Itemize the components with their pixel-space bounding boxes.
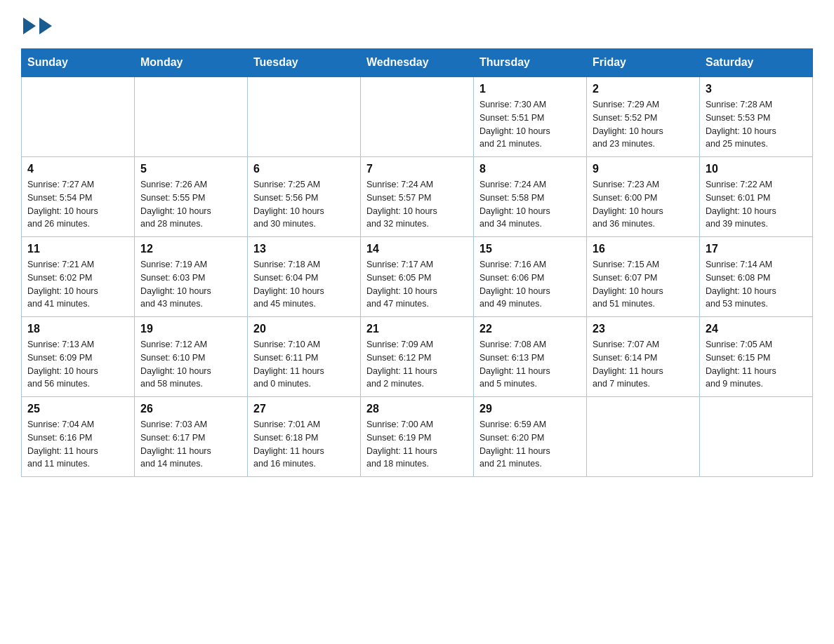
calendar-cell: 5Sunrise: 7:26 AMSunset: 5:55 PMDaylight… [135,157,248,237]
weekday-header-monday: Monday [135,49,248,77]
calendar-cell: 17Sunrise: 7:14 AMSunset: 6:08 PMDayligh… [700,237,813,317]
calendar-cell: 25Sunrise: 7:04 AMSunset: 6:16 PMDayligh… [22,397,135,477]
calendar-cell: 16Sunrise: 7:15 AMSunset: 6:07 PMDayligh… [587,237,700,317]
calendar-cell: 24Sunrise: 7:05 AMSunset: 6:15 PMDayligh… [700,317,813,397]
day-number: 22 [479,323,581,335]
day-info: Sunrise: 7:08 AMSunset: 6:13 PMDaylight:… [479,338,581,391]
day-number: 18 [27,323,128,335]
calendar-cell: 11Sunrise: 7:21 AMSunset: 6:02 PMDayligh… [22,237,135,317]
calendar-cell: 21Sunrise: 7:09 AMSunset: 6:12 PMDayligh… [361,317,474,397]
day-number: 3 [706,83,807,95]
day-info: Sunrise: 7:23 AMSunset: 6:00 PMDaylight:… [593,178,694,231]
day-info: Sunrise: 7:07 AMSunset: 6:14 PMDaylight:… [593,338,694,391]
day-info: Sunrise: 7:12 AMSunset: 6:10 PMDaylight:… [140,338,241,391]
day-number: 17 [706,243,807,255]
calendar-cell: 20Sunrise: 7:10 AMSunset: 6:11 PMDayligh… [248,317,361,397]
day-info: Sunrise: 7:13 AMSunset: 6:09 PMDaylight:… [27,338,128,391]
day-number: 8 [479,163,581,175]
day-info: Sunrise: 7:26 AMSunset: 5:55 PMDaylight:… [140,178,241,231]
calendar-table: SundayMondayTuesdayWednesdayThursdayFrid… [21,48,813,477]
day-number: 2 [593,83,694,95]
weekday-header-thursday: Thursday [474,49,587,77]
calendar-cell [361,76,474,157]
calendar-week-row: 4Sunrise: 7:27 AMSunset: 5:54 PMDaylight… [22,157,813,237]
logo-arrow2-icon [39,18,52,34]
calendar-cell: 19Sunrise: 7:12 AMSunset: 6:10 PMDayligh… [135,317,248,397]
calendar-cell: 27Sunrise: 7:01 AMSunset: 6:18 PMDayligh… [248,397,361,477]
calendar-cell: 1Sunrise: 7:30 AMSunset: 5:51 PMDaylight… [474,76,587,157]
calendar-cell: 9Sunrise: 7:23 AMSunset: 6:00 PMDaylight… [587,157,700,237]
calendar-cell [22,76,135,157]
weekday-header-saturday: Saturday [700,49,813,77]
calendar-cell: 13Sunrise: 7:18 AMSunset: 6:04 PMDayligh… [248,237,361,317]
day-info: Sunrise: 7:18 AMSunset: 6:04 PMDaylight:… [253,258,355,311]
day-number: 9 [593,163,694,175]
day-info: Sunrise: 7:22 AMSunset: 6:01 PMDaylight:… [706,178,807,231]
calendar-week-row: 25Sunrise: 7:04 AMSunset: 6:16 PMDayligh… [22,397,813,477]
day-info: Sunrise: 7:03 AMSunset: 6:17 PMDaylight:… [140,418,241,471]
logo [21,14,53,34]
day-number: 27 [253,403,355,415]
day-number: 24 [706,323,807,335]
day-number: 21 [366,323,468,335]
day-number: 25 [27,403,128,415]
day-info: Sunrise: 7:05 AMSunset: 6:15 PMDaylight:… [706,338,807,391]
day-number: 11 [27,243,128,255]
calendar-cell: 28Sunrise: 7:00 AMSunset: 6:19 PMDayligh… [361,397,474,477]
calendar-week-row: 18Sunrise: 7:13 AMSunset: 6:09 PMDayligh… [22,317,813,397]
calendar-cell: 4Sunrise: 7:27 AMSunset: 5:54 PMDaylight… [22,157,135,237]
weekday-header-sunday: Sunday [22,49,135,77]
calendar-cell: 29Sunrise: 6:59 AMSunset: 6:20 PMDayligh… [474,397,587,477]
day-number: 19 [140,323,241,335]
day-info: Sunrise: 7:30 AMSunset: 5:51 PMDaylight:… [479,98,581,151]
calendar-cell: 7Sunrise: 7:24 AMSunset: 5:57 PMDaylight… [361,157,474,237]
day-info: Sunrise: 7:25 AMSunset: 5:56 PMDaylight:… [253,178,355,231]
day-info: Sunrise: 7:16 AMSunset: 6:06 PMDaylight:… [479,258,581,311]
day-number: 26 [140,403,241,415]
calendar-cell: 23Sunrise: 7:07 AMSunset: 6:14 PMDayligh… [587,317,700,397]
day-number: 12 [140,243,241,255]
calendar-cell: 3Sunrise: 7:28 AMSunset: 5:53 PMDaylight… [700,76,813,157]
logo-arrow-icon [23,18,36,34]
day-number: 29 [479,403,581,415]
day-info: Sunrise: 7:27 AMSunset: 5:54 PMDaylight:… [27,178,128,231]
calendar-cell: 15Sunrise: 7:16 AMSunset: 6:06 PMDayligh… [474,237,587,317]
day-info: Sunrise: 7:10 AMSunset: 6:11 PMDaylight:… [253,338,355,391]
calendar-cell: 8Sunrise: 7:24 AMSunset: 5:58 PMDaylight… [474,157,587,237]
calendar-cell [700,397,813,477]
day-info: Sunrise: 7:01 AMSunset: 6:18 PMDaylight:… [253,418,355,471]
calendar-cell [135,76,248,157]
calendar-cell: 2Sunrise: 7:29 AMSunset: 5:52 PMDaylight… [587,76,700,157]
day-number: 15 [479,243,581,255]
weekday-header-row: SundayMondayTuesdayWednesdayThursdayFrid… [22,49,813,77]
day-info: Sunrise: 7:00 AMSunset: 6:19 PMDaylight:… [366,418,468,471]
day-number: 28 [366,403,468,415]
day-number: 5 [140,163,241,175]
day-number: 14 [366,243,468,255]
day-info: Sunrise: 7:19 AMSunset: 6:03 PMDaylight:… [140,258,241,311]
day-number: 13 [253,243,355,255]
calendar-week-row: 1Sunrise: 7:30 AMSunset: 5:51 PMDaylight… [22,76,813,157]
day-number: 10 [706,163,807,175]
day-number: 4 [27,163,128,175]
calendar-week-row: 11Sunrise: 7:21 AMSunset: 6:02 PMDayligh… [22,237,813,317]
day-number: 7 [366,163,468,175]
day-info: Sunrise: 6:59 AMSunset: 6:20 PMDaylight:… [479,418,581,471]
day-number: 16 [593,243,694,255]
day-number: 23 [593,323,694,335]
day-info: Sunrise: 7:04 AMSunset: 6:16 PMDaylight:… [27,418,128,471]
calendar-cell [587,397,700,477]
day-info: Sunrise: 7:28 AMSunset: 5:53 PMDaylight:… [706,98,807,151]
weekday-header-tuesday: Tuesday [248,49,361,77]
day-info: Sunrise: 7:14 AMSunset: 6:08 PMDaylight:… [706,258,807,311]
calendar-cell: 6Sunrise: 7:25 AMSunset: 5:56 PMDaylight… [248,157,361,237]
calendar-cell: 26Sunrise: 7:03 AMSunset: 6:17 PMDayligh… [135,397,248,477]
weekday-header-wednesday: Wednesday [361,49,474,77]
day-info: Sunrise: 7:29 AMSunset: 5:52 PMDaylight:… [593,98,694,151]
day-number: 20 [253,323,355,335]
calendar-cell: 12Sunrise: 7:19 AMSunset: 6:03 PMDayligh… [135,237,248,317]
day-info: Sunrise: 7:24 AMSunset: 5:57 PMDaylight:… [366,178,468,231]
day-number: 1 [479,83,581,95]
day-info: Sunrise: 7:17 AMSunset: 6:05 PMDaylight:… [366,258,468,311]
page-header [21,14,813,34]
